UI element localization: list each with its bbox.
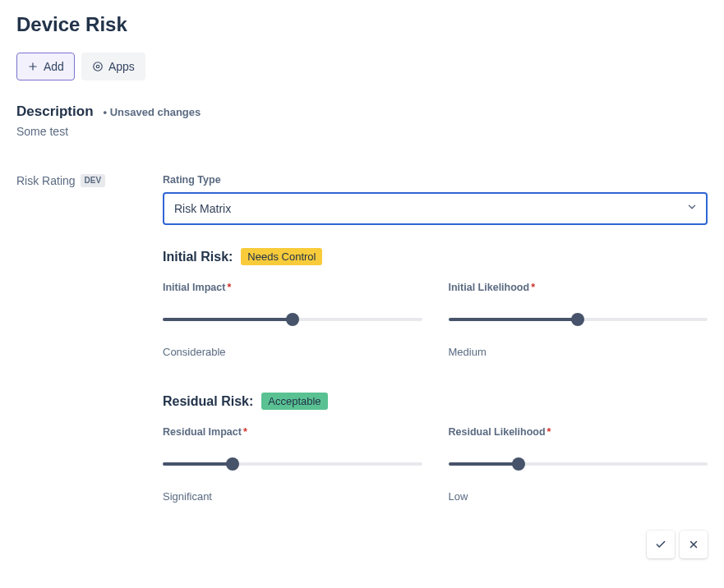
description-header: Description • Unsaved changes: [16, 103, 708, 120]
apps-button-label: Apps: [108, 60, 135, 73]
required-star: *: [243, 426, 247, 438]
close-icon: [688, 539, 699, 550]
description-text[interactable]: Some test: [16, 125, 708, 138]
required-star: *: [531, 282, 535, 293]
initial-likelihood-label: Initial Likelihood: [449, 282, 530, 293]
add-button[interactable]: Add: [16, 53, 75, 80]
svg-point-2: [94, 62, 103, 71]
initial-likelihood-value: Medium: [449, 346, 708, 358]
residual-risk-pill: Acceptable: [261, 393, 327, 410]
add-button-label: Add: [44, 60, 64, 73]
initial-impact-label: Initial Impact: [163, 282, 225, 293]
initial-risk-heading: Initial Risk:: [163, 250, 233, 264]
risk-rating-label: Risk Rating: [16, 174, 76, 187]
residual-impact-label: Residual Impact: [163, 426, 242, 438]
risk-rating-section-label: Risk Rating DEV: [16, 174, 141, 187]
toolbar: Add Apps: [16, 53, 708, 80]
residual-impact-value: Significant: [163, 490, 422, 503]
residual-likelihood-label: Residual Likelihood: [449, 426, 546, 438]
rating-type-value: Risk Matrix: [174, 202, 231, 215]
apps-icon: [92, 61, 104, 72]
description-label: Description: [16, 103, 94, 120]
residual-risk-heading: Residual Risk:: [163, 394, 253, 409]
cancel-button[interactable]: [680, 531, 708, 558]
initial-impact-value: Considerable: [163, 346, 422, 358]
rating-type-label: Rating Type: [163, 174, 708, 186]
initial-impact-slider[interactable]: [163, 313, 422, 326]
unsaved-changes: • Unsaved changes: [104, 106, 201, 118]
dev-badge: DEV: [81, 174, 106, 187]
confirm-button[interactable]: [647, 531, 675, 558]
rating-type-select[interactable]: Risk Matrix: [163, 192, 708, 225]
residual-likelihood-slider[interactable]: [449, 457, 708, 471]
residual-risk-header: Residual Risk: Acceptable: [163, 393, 708, 410]
required-star: *: [547, 426, 551, 438]
plus-icon: [27, 61, 39, 72]
check-icon: [655, 539, 666, 550]
page-title: Device Risk: [16, 13, 708, 36]
action-bar: [647, 531, 708, 558]
initial-risk-pill: Needs Control: [241, 248, 322, 265]
residual-likelihood-value: Low: [449, 490, 708, 503]
initial-likelihood-slider[interactable]: [449, 313, 708, 326]
required-star: *: [227, 282, 231, 293]
initial-risk-header: Initial Risk: Needs Control: [163, 248, 708, 265]
residual-impact-slider[interactable]: [163, 457, 422, 471]
apps-button[interactable]: Apps: [81, 53, 145, 80]
svg-point-3: [96, 65, 99, 68]
